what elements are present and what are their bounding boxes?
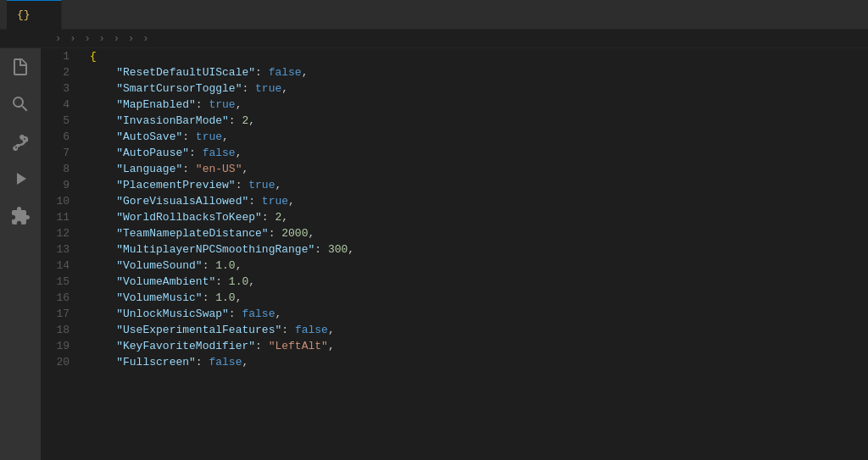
line-number: 6 (41, 129, 83, 145)
token: "UseExperimentalFeatures" (116, 324, 281, 336)
token: 300 (328, 243, 348, 256)
line-number: 9 (41, 177, 83, 193)
token: , (248, 275, 255, 288)
token (90, 291, 116, 304)
token: , (248, 114, 255, 127)
code-line: { (83, 48, 868, 64)
line-number: 18 (41, 322, 83, 338)
token (90, 340, 116, 352)
line-number: 5 (41, 113, 83, 129)
extensions-icon[interactable] (8, 204, 32, 228)
main-area: 1234567891011121314151617181920 { "Reset… (0, 48, 868, 460)
token: "SmartCursorToggle" (116, 82, 242, 95)
token: , (236, 291, 242, 304)
token: , (328, 340, 335, 352)
breadcrumb-bar: › › › › › › › (0, 30, 868, 48)
token: "Fullscreen" (116, 356, 196, 369)
token: false (209, 356, 242, 369)
token: "MapEnabled" (116, 98, 196, 111)
token: , (275, 179, 281, 191)
token: { (90, 50, 97, 63)
code-line: "KeyFavoriteModifier": "LeftAlt", (83, 338, 868, 354)
breadcrumb-sep-5: › (128, 33, 134, 45)
line-number: 19 (41, 338, 83, 354)
breadcrumb-sep-6: › (142, 33, 148, 45)
token (90, 179, 116, 191)
line-numbers: 1234567891011121314151617181920 (41, 48, 83, 460)
token: : (196, 98, 209, 111)
code-line: "MultiplayerNPCSmoothingRange": 300, (83, 241, 868, 258)
line-number: 10 (41, 193, 83, 209)
token: : (236, 179, 249, 191)
token: "VolumeAmbient" (116, 275, 215, 288)
token: : (255, 340, 269, 352)
token (90, 147, 116, 159)
token: 2000 (281, 227, 308, 240)
token: , (242, 356, 248, 369)
token: , (302, 66, 309, 79)
token: false (203, 147, 236, 159)
token: , (328, 324, 335, 336)
editor-tab[interactable]: {} (7, 0, 62, 30)
token: , (348, 243, 354, 256)
token: : (215, 275, 229, 288)
token: : (229, 114, 242, 127)
token: : (189, 147, 203, 159)
token (90, 163, 116, 175)
code-line: "ResetDefaultUIScale": false, (83, 64, 868, 80)
line-number: 17 (41, 306, 83, 322)
token (90, 82, 116, 95)
token: 1.0 (229, 275, 248, 288)
token: : (203, 291, 216, 304)
token (90, 130, 116, 143)
token: : (182, 130, 196, 143)
token: : (182, 163, 196, 175)
token: "TeamNameplateDistance" (116, 227, 268, 240)
token: "AutoPause" (116, 147, 189, 159)
token: , (222, 130, 229, 143)
token: : (281, 324, 295, 336)
search-icon[interactable] (8, 92, 32, 116)
token: , (288, 195, 295, 208)
source-control-icon[interactable] (8, 130, 32, 153)
token: "en-US" (196, 163, 242, 175)
token: false (242, 308, 275, 320)
token: true (255, 82, 281, 95)
token: : (203, 259, 216, 272)
editor-area[interactable]: 1234567891011121314151617181920 { "Reset… (41, 48, 868, 460)
token (90, 243, 116, 256)
json-file-icon: {} (17, 8, 31, 21)
token: false (295, 324, 328, 336)
breadcrumb-sep-2: › (84, 33, 90, 45)
line-number: 11 (41, 209, 83, 225)
code-line: "UnlockMusicSwap": false, (83, 306, 868, 322)
breadcrumb-sep-0: › (55, 33, 61, 45)
line-number: 13 (41, 241, 83, 258)
token (90, 324, 116, 336)
tab-close-button[interactable] (44, 14, 51, 17)
token: "VolumeMusic" (116, 291, 202, 304)
breadcrumb-sep-1: › (70, 33, 75, 45)
token: true (209, 98, 235, 111)
line-number: 7 (41, 145, 83, 161)
activity-bar (0, 48, 41, 460)
token: , (236, 259, 242, 272)
token: : (196, 356, 209, 369)
code-line: "Fullscreen": false, (83, 354, 868, 370)
code-line: "WorldRollbacksToKeep": 2, (83, 209, 868, 225)
token: , (281, 211, 288, 224)
token (90, 211, 116, 224)
files-icon[interactable] (8, 55, 32, 79)
line-number: 16 (41, 290, 83, 306)
token: : (269, 227, 282, 240)
token: "AutoSave" (116, 130, 182, 143)
code-line: "VolumeAmbient": 1.0, (83, 274, 868, 290)
line-number: 4 (41, 97, 83, 113)
token: : (262, 211, 275, 224)
run-icon[interactable] (8, 167, 32, 191)
code-content[interactable]: { "ResetDefaultUIScale": false, "SmartCu… (83, 48, 868, 460)
line-number: 20 (41, 354, 83, 370)
token: , (275, 308, 281, 320)
code-line: "SmartCursorToggle": true, (83, 80, 868, 97)
code-line: "Language": "en-US", (83, 161, 868, 177)
